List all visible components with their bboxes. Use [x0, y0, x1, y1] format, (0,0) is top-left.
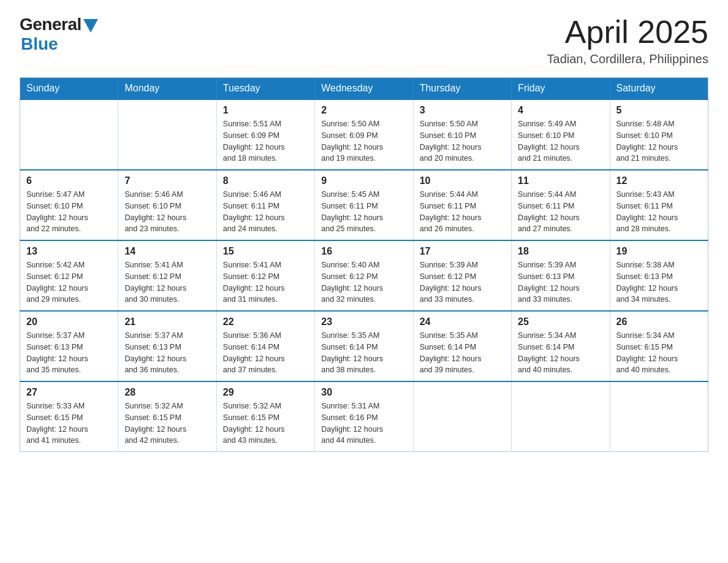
day-info: Sunrise: 5:33 AM Sunset: 6:15 PM Dayligh… [26, 400, 112, 446]
calendar-body: 1Sunrise: 5:51 AM Sunset: 6:09 PM Daylig… [20, 99, 708, 452]
calendar-cell: 4Sunrise: 5:49 AM Sunset: 6:10 PM Daylig… [512, 99, 610, 170]
calendar-cell: 27Sunrise: 5:33 AM Sunset: 6:15 PM Dayli… [20, 381, 118, 452]
day-info: Sunrise: 5:39 AM Sunset: 6:13 PM Dayligh… [518, 259, 603, 305]
day-number: 7 [124, 175, 210, 186]
calendar-week-row: 13Sunrise: 5:42 AM Sunset: 6:12 PM Dayli… [20, 240, 708, 311]
day-number: 25 [518, 316, 603, 327]
weekday-header-wednesday: Wednesday [315, 78, 413, 100]
day-info: Sunrise: 5:32 AM Sunset: 6:15 PM Dayligh… [223, 400, 308, 446]
calendar-cell: 22Sunrise: 5:36 AM Sunset: 6:14 PM Dayli… [216, 311, 314, 381]
day-info: Sunrise: 5:43 AM Sunset: 6:11 PM Dayligh… [616, 189, 702, 235]
weekday-header-tuesday: Tuesday [216, 78, 314, 100]
logo-blue-text: Blue [21, 34, 58, 54]
day-number: 11 [518, 175, 603, 186]
day-info: Sunrise: 5:39 AM Sunset: 6:12 PM Dayligh… [420, 259, 505, 305]
day-info: Sunrise: 5:37 AM Sunset: 6:13 PM Dayligh… [26, 330, 112, 376]
day-info: Sunrise: 5:44 AM Sunset: 6:11 PM Dayligh… [420, 189, 505, 235]
calendar-cell: 2Sunrise: 5:50 AM Sunset: 6:09 PM Daylig… [315, 99, 413, 170]
calendar-cell: 24Sunrise: 5:35 AM Sunset: 6:14 PM Dayli… [413, 311, 511, 381]
day-info: Sunrise: 5:32 AM Sunset: 6:15 PM Dayligh… [124, 400, 210, 446]
weekday-header-row: SundayMondayTuesdayWednesdayThursdayFrid… [20, 78, 708, 100]
day-info: Sunrise: 5:44 AM Sunset: 6:11 PM Dayligh… [518, 189, 603, 235]
day-info: Sunrise: 5:35 AM Sunset: 6:14 PM Dayligh… [321, 330, 406, 376]
day-number: 10 [420, 175, 505, 186]
day-info: Sunrise: 5:49 AM Sunset: 6:10 PM Dayligh… [518, 118, 603, 164]
calendar-cell: 21Sunrise: 5:37 AM Sunset: 6:13 PM Dayli… [118, 311, 216, 381]
day-info: Sunrise: 5:41 AM Sunset: 6:12 PM Dayligh… [124, 259, 210, 305]
calendar-cell: 19Sunrise: 5:38 AM Sunset: 6:13 PM Dayli… [610, 240, 708, 311]
logo-triangle-icon [83, 19, 98, 33]
calendar-cell: 6Sunrise: 5:47 AM Sunset: 6:10 PM Daylig… [20, 170, 118, 240]
calendar-cell: 29Sunrise: 5:32 AM Sunset: 6:15 PM Dayli… [216, 381, 314, 452]
day-number: 2 [321, 105, 406, 116]
day-info: Sunrise: 5:38 AM Sunset: 6:13 PM Dayligh… [616, 259, 702, 305]
calendar-table: SundayMondayTuesdayWednesdayThursdayFrid… [20, 77, 708, 452]
day-number: 6 [26, 175, 112, 186]
day-number: 8 [223, 175, 308, 186]
day-number: 21 [124, 316, 210, 327]
calendar-cell: 17Sunrise: 5:39 AM Sunset: 6:12 PM Dayli… [413, 240, 511, 311]
day-number: 28 [124, 387, 210, 398]
calendar-location: Tadian, Cordillera, Philippines [547, 52, 708, 66]
calendar-cell: 10Sunrise: 5:44 AM Sunset: 6:11 PM Dayli… [413, 170, 511, 240]
day-info: Sunrise: 5:50 AM Sunset: 6:10 PM Dayligh… [420, 118, 505, 164]
weekday-header-monday: Monday [118, 78, 216, 100]
day-info: Sunrise: 5:46 AM Sunset: 6:11 PM Dayligh… [223, 189, 308, 235]
day-number: 1 [223, 105, 308, 116]
weekday-header-thursday: Thursday [413, 78, 511, 100]
day-info: Sunrise: 5:34 AM Sunset: 6:15 PM Dayligh… [616, 330, 702, 376]
calendar-cell [610, 381, 708, 452]
calendar-cell: 28Sunrise: 5:32 AM Sunset: 6:15 PM Dayli… [118, 381, 216, 452]
calendar-cell [512, 381, 610, 452]
calendar-cell [118, 99, 216, 170]
day-info: Sunrise: 5:42 AM Sunset: 6:12 PM Dayligh… [26, 259, 112, 305]
logo: General Blue [20, 15, 98, 54]
weekday-header-saturday: Saturday [610, 78, 708, 100]
day-number: 20 [26, 316, 112, 327]
day-number: 30 [321, 387, 406, 398]
calendar-cell: 8Sunrise: 5:46 AM Sunset: 6:11 PM Daylig… [216, 170, 314, 240]
day-info: Sunrise: 5:31 AM Sunset: 6:16 PM Dayligh… [321, 400, 406, 446]
calendar-cell: 25Sunrise: 5:34 AM Sunset: 6:14 PM Dayli… [512, 311, 610, 381]
day-number: 29 [223, 387, 308, 398]
day-number: 19 [616, 246, 702, 257]
calendar-cell: 20Sunrise: 5:37 AM Sunset: 6:13 PM Dayli… [20, 311, 118, 381]
calendar-cell: 5Sunrise: 5:48 AM Sunset: 6:10 PM Daylig… [610, 99, 708, 170]
calendar-cell: 7Sunrise: 5:46 AM Sunset: 6:10 PM Daylig… [118, 170, 216, 240]
calendar-cell: 16Sunrise: 5:40 AM Sunset: 6:12 PM Dayli… [315, 240, 413, 311]
calendar-title: April 2025 [547, 15, 708, 50]
calendar-cell: 13Sunrise: 5:42 AM Sunset: 6:12 PM Dayli… [20, 240, 118, 311]
day-number: 13 [26, 246, 112, 257]
calendar-cell: 18Sunrise: 5:39 AM Sunset: 6:13 PM Dayli… [512, 240, 610, 311]
calendar-cell: 3Sunrise: 5:50 AM Sunset: 6:10 PM Daylig… [413, 99, 511, 170]
day-number: 16 [321, 246, 406, 257]
calendar-cell: 23Sunrise: 5:35 AM Sunset: 6:14 PM Dayli… [315, 311, 413, 381]
day-number: 5 [616, 105, 702, 116]
day-number: 26 [616, 316, 702, 327]
day-number: 27 [26, 387, 112, 398]
day-info: Sunrise: 5:50 AM Sunset: 6:09 PM Dayligh… [321, 118, 406, 164]
day-number: 14 [124, 246, 210, 257]
day-info: Sunrise: 5:46 AM Sunset: 6:10 PM Dayligh… [124, 189, 210, 235]
day-number: 12 [616, 175, 702, 186]
day-info: Sunrise: 5:36 AM Sunset: 6:14 PM Dayligh… [223, 330, 308, 376]
day-number: 3 [420, 105, 505, 116]
page-header: General Blue April 2025 Tadian, Cordille… [20, 15, 708, 66]
day-number: 9 [321, 175, 406, 186]
calendar-cell: 14Sunrise: 5:41 AM Sunset: 6:12 PM Dayli… [118, 240, 216, 311]
day-info: Sunrise: 5:45 AM Sunset: 6:11 PM Dayligh… [321, 189, 406, 235]
day-info: Sunrise: 5:37 AM Sunset: 6:13 PM Dayligh… [124, 330, 210, 376]
calendar-cell: 9Sunrise: 5:45 AM Sunset: 6:11 PM Daylig… [315, 170, 413, 240]
calendar-week-row: 6Sunrise: 5:47 AM Sunset: 6:10 PM Daylig… [20, 170, 708, 240]
calendar-week-row: 27Sunrise: 5:33 AM Sunset: 6:15 PM Dayli… [20, 381, 708, 452]
day-info: Sunrise: 5:35 AM Sunset: 6:14 PM Dayligh… [420, 330, 505, 376]
calendar-cell: 26Sunrise: 5:34 AM Sunset: 6:15 PM Dayli… [610, 311, 708, 381]
weekday-header-sunday: Sunday [20, 78, 118, 100]
day-info: Sunrise: 5:41 AM Sunset: 6:12 PM Dayligh… [223, 259, 308, 305]
day-number: 23 [321, 316, 406, 327]
day-info: Sunrise: 5:51 AM Sunset: 6:09 PM Dayligh… [223, 118, 308, 164]
calendar-week-row: 1Sunrise: 5:51 AM Sunset: 6:09 PM Daylig… [20, 99, 708, 170]
title-block: April 2025 Tadian, Cordillera, Philippin… [547, 15, 708, 66]
calendar-cell: 1Sunrise: 5:51 AM Sunset: 6:09 PM Daylig… [216, 99, 314, 170]
day-info: Sunrise: 5:34 AM Sunset: 6:14 PM Dayligh… [518, 330, 603, 376]
